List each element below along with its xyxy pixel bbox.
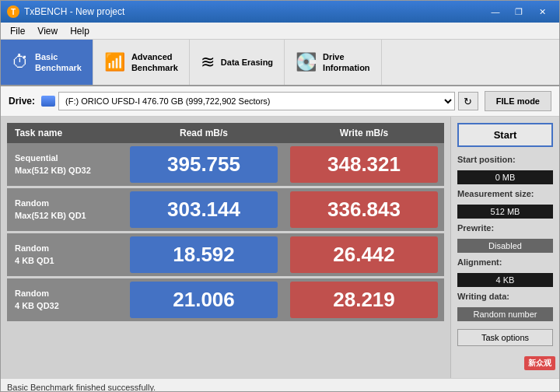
col-header-read: Read mB/s xyxy=(124,123,284,143)
title-bar-left: T TxBENCH - New project xyxy=(7,5,124,18)
write-value-3: 28.219 xyxy=(290,282,438,318)
write-value-1: 336.843 xyxy=(290,191,438,228)
task-label-3: Random4 KB QD32 xyxy=(7,278,124,322)
tab-advanced-benchmark-label: AdvancedBenchmark xyxy=(131,51,178,74)
watermark: 新众观 xyxy=(524,356,555,370)
table-row: Random4 KB QD32 21.006 28.219 xyxy=(7,278,444,322)
tab-basic-benchmark[interactable]: ⏱ BasicBenchmark xyxy=(1,40,93,85)
task-label-0: SequentialMax(512 KB) QD32 xyxy=(7,143,124,187)
toolbar: ⏱ BasicBenchmark 📶 AdvancedBenchmark ≋ D… xyxy=(1,40,559,86)
drive-dropdown[interactable]: (F:) ORICO UFSD-I 476.70 GB (999,722,902… xyxy=(58,92,455,110)
title-bar-text: TxBENCH - New project xyxy=(24,6,124,17)
read-value-0: 395.755 xyxy=(130,146,278,183)
col-header-task: Task name xyxy=(7,123,124,143)
app-icon: T xyxy=(7,5,19,18)
table-row: RandomMax(512 KB) QD1 303.144 336.843 xyxy=(7,187,444,233)
write-cell-3: 28.219 xyxy=(284,278,444,322)
status-bar: Basic Benchmark finished successfully. xyxy=(1,378,559,392)
read-cell-0: 395.755 xyxy=(124,143,284,187)
start-position-label: Start position: xyxy=(457,155,553,164)
read-cell-3: 21.006 xyxy=(124,278,284,322)
read-value-1: 303.144 xyxy=(130,191,278,228)
writing-data-value: Random number xyxy=(457,307,553,321)
prewrite-value: Disabled xyxy=(457,239,553,253)
basic-benchmark-icon: ⏱ xyxy=(12,52,29,72)
prewrite-label: Prewrite: xyxy=(457,223,553,233)
main-content: Task name Read mB/s Write mB/s Sequentia… xyxy=(1,117,559,378)
alignment-value: 4 KB xyxy=(457,273,553,287)
write-value-2: 26.442 xyxy=(290,236,438,273)
measurement-size-label: Measurement size: xyxy=(457,189,553,198)
read-value-2: 18.592 xyxy=(130,236,278,273)
read-cell-1: 303.144 xyxy=(124,187,284,233)
window-controls: — ❐ ✕ xyxy=(485,4,553,19)
file-mode-button[interactable]: FILE mode xyxy=(485,91,551,111)
table-row: Random4 KB QD1 18.592 26.442 xyxy=(7,233,444,278)
drive-small-icon xyxy=(41,96,55,107)
menu-help[interactable]: Help xyxy=(64,24,96,38)
close-button[interactable]: ✕ xyxy=(531,4,553,19)
status-text: Basic Benchmark finished successfully. xyxy=(7,383,156,392)
tab-advanced-benchmark[interactable]: 📶 AdvancedBenchmark xyxy=(93,40,190,85)
read-cell-2: 18.592 xyxy=(124,233,284,278)
write-value-0: 348.321 xyxy=(290,146,438,183)
maximize-button[interactable]: ❐ xyxy=(508,4,530,19)
task-options-button[interactable]: Task options xyxy=(457,329,553,346)
read-value-3: 21.006 xyxy=(130,282,278,318)
measurement-size-value: 512 MB xyxy=(457,205,553,219)
alignment-label: Alignment: xyxy=(457,257,553,267)
start-position-value: 0 MB xyxy=(457,170,553,184)
menu-view[interactable]: View xyxy=(31,24,64,38)
menu-file[interactable]: File xyxy=(4,24,31,38)
drive-information-icon: 💽 xyxy=(296,52,317,72)
tab-drive-information-label: DriveInformation xyxy=(323,51,370,74)
task-label-2: Random4 KB QD1 xyxy=(7,233,124,278)
benchmark-table: Task name Read mB/s Write mB/s Sequentia… xyxy=(7,123,444,321)
write-cell-1: 336.843 xyxy=(284,187,444,233)
drive-label: Drive: xyxy=(9,96,35,107)
write-cell-0: 348.321 xyxy=(284,143,444,187)
right-panel: Start Start position: 0 MB Measurement s… xyxy=(450,117,559,378)
task-label-1: RandomMax(512 KB) QD1 xyxy=(7,187,124,233)
advanced-benchmark-icon: 📶 xyxy=(104,52,125,72)
tab-drive-information[interactable]: 💽 DriveInformation xyxy=(285,40,382,85)
data-erasing-icon: ≋ xyxy=(201,52,215,72)
menu-bar: File View Help xyxy=(1,23,559,40)
drive-refresh-button[interactable]: ↻ xyxy=(458,92,478,110)
minimize-button[interactable]: — xyxy=(485,4,506,19)
drive-select-wrapper: (F:) ORICO UFSD-I 476.70 GB (999,722,902… xyxy=(41,92,478,110)
drive-bar: Drive: (F:) ORICO UFSD-I 476.70 GB (999,… xyxy=(1,86,559,117)
title-bar: T TxBENCH - New project — ❐ ✕ xyxy=(1,1,559,23)
tab-data-erasing-label: Data Erasing xyxy=(221,57,273,68)
write-cell-2: 26.442 xyxy=(284,233,444,278)
start-button[interactable]: Start xyxy=(457,123,553,147)
tab-basic-benchmark-label: BasicBenchmark xyxy=(35,51,82,74)
table-row: SequentialMax(512 KB) QD32 395.755 348.3… xyxy=(7,143,444,187)
writing-data-label: Writing data: xyxy=(457,292,553,301)
col-header-write: Write mB/s xyxy=(284,123,444,143)
benchmark-area: Task name Read mB/s Write mB/s Sequentia… xyxy=(1,117,450,378)
tab-data-erasing[interactable]: ≋ Data Erasing xyxy=(190,40,285,85)
